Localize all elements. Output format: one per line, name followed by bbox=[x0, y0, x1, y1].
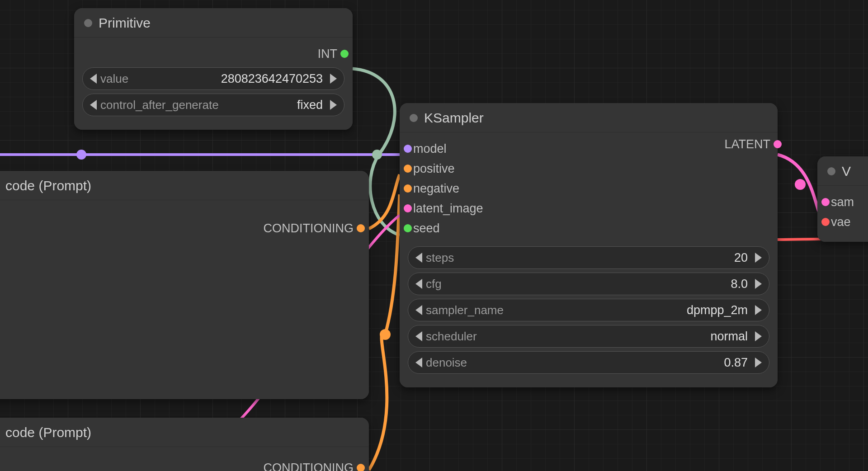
output-conditioning-row: CONDITIONING bbox=[258, 458, 361, 471]
node-title: KSampler bbox=[424, 110, 484, 126]
widget-sampler-name-value[interactable]: dpmpp_2m bbox=[504, 303, 751, 317]
chevron-left-icon[interactable] bbox=[415, 279, 422, 289]
node-ksampler-titlebar[interactable]: KSampler bbox=[400, 103, 778, 132]
collapse-dot-icon[interactable] bbox=[84, 19, 92, 27]
input-vae-port[interactable] bbox=[821, 218, 830, 226]
widget-denoise[interactable]: denoise 0.87 bbox=[408, 351, 769, 374]
widget-control-after-generate[interactable]: control_after_generate fixed bbox=[82, 94, 344, 116]
widget-cag-label: control_after_generate bbox=[100, 98, 219, 112]
chevron-right-icon[interactable] bbox=[330, 100, 337, 110]
chevron-left-icon[interactable] bbox=[90, 100, 97, 110]
widget-value-label: value bbox=[100, 72, 128, 86]
widget-steps-value[interactable]: 20 bbox=[454, 251, 751, 265]
widget-cag-value[interactable]: fixed bbox=[219, 98, 326, 112]
chevron-right-icon[interactable] bbox=[755, 331, 762, 341]
widget-steps-label: steps bbox=[426, 251, 454, 265]
node-title: code (Prompt) bbox=[5, 178, 91, 193]
input-positive-port[interactable] bbox=[404, 165, 412, 173]
output-conditioning-row: CONDITIONING bbox=[258, 218, 361, 238]
widget-cfg-value[interactable]: 8.0 bbox=[442, 277, 751, 291]
node-encode1-titlebar[interactable]: code (Prompt) bbox=[0, 171, 369, 200]
input-negative-row: negative bbox=[408, 179, 769, 198]
node-encode2-titlebar[interactable]: code (Prompt) bbox=[0, 418, 369, 447]
widget-cfg-label: cfg bbox=[426, 277, 442, 291]
input-latent-image-label: latent_image bbox=[408, 202, 489, 216]
input-positive-label: positive bbox=[408, 162, 460, 176]
input-positive-row: positive bbox=[408, 159, 769, 179]
collapse-dot-icon[interactable] bbox=[827, 167, 835, 175]
widget-scheduler-value[interactable]: normal bbox=[477, 330, 751, 344]
input-samples-label: sam bbox=[826, 195, 859, 209]
input-seed-label: seed bbox=[408, 221, 445, 236]
node-vae-titlebar[interactable]: V bbox=[817, 156, 868, 186]
node-primitive-titlebar[interactable]: Primitive bbox=[74, 8, 353, 38]
input-model-port[interactable] bbox=[404, 145, 412, 153]
input-latent-image-port[interactable] bbox=[404, 204, 412, 212]
chevron-right-icon[interactable] bbox=[755, 279, 762, 289]
chevron-right-icon[interactable] bbox=[330, 74, 337, 84]
input-negative-label: negative bbox=[408, 182, 465, 196]
output-conditioning-port[interactable] bbox=[357, 224, 365, 232]
input-samples-port[interactable] bbox=[821, 198, 830, 206]
widget-value[interactable]: value 280823642470253 bbox=[82, 67, 344, 90]
widget-value-value[interactable]: 280823642470253 bbox=[128, 72, 326, 86]
collapse-dot-icon[interactable] bbox=[410, 114, 418, 122]
widget-scheduler[interactable]: scheduler normal bbox=[408, 325, 769, 348]
widget-sampler-name[interactable]: sampler_name dpmpp_2m bbox=[408, 299, 769, 321]
node-encode-prompt-1[interactable]: code (Prompt) CONDITIONING bbox=[0, 171, 369, 399]
widget-sampler-name-label: sampler_name bbox=[426, 303, 504, 317]
output-conditioning-label: CONDITIONING bbox=[258, 461, 361, 471]
input-seed-port[interactable] bbox=[404, 224, 412, 232]
input-seed-row: seed bbox=[408, 218, 769, 238]
input-vae-label: vae bbox=[826, 215, 856, 229]
output-int-port[interactable] bbox=[340, 50, 349, 58]
output-conditioning-port[interactable] bbox=[357, 464, 365, 471]
input-negative-port[interactable] bbox=[404, 184, 412, 193]
chevron-left-icon[interactable] bbox=[415, 305, 422, 315]
input-latent-image-row: latent_image bbox=[408, 198, 769, 218]
chevron-right-icon[interactable] bbox=[755, 358, 762, 367]
chevron-left-icon[interactable] bbox=[415, 358, 422, 367]
output-int-label: INT bbox=[312, 47, 345, 61]
input-model-label: model bbox=[408, 142, 452, 156]
node-encode-prompt-2[interactable]: code (Prompt) CONDITIONING bbox=[0, 418, 369, 471]
node-title: Primitive bbox=[99, 15, 151, 31]
chevron-left-icon[interactable] bbox=[90, 74, 97, 84]
widget-steps[interactable]: steps 20 bbox=[408, 246, 769, 269]
output-latent-port[interactable] bbox=[774, 140, 782, 148]
chevron-right-icon[interactable] bbox=[755, 253, 762, 263]
chevron-left-icon[interactable] bbox=[415, 331, 422, 341]
node-title: V bbox=[842, 164, 851, 179]
widget-cfg[interactable]: cfg 8.0 bbox=[408, 273, 769, 295]
output-conditioning-label: CONDITIONING bbox=[258, 221, 361, 236]
chevron-left-icon[interactable] bbox=[415, 253, 422, 263]
node-title: code (Prompt) bbox=[5, 425, 91, 440]
node-vae-decode[interactable]: V sam vae bbox=[817, 156, 868, 242]
input-model-row: model bbox=[408, 139, 769, 159]
node-ksampler[interactable]: KSampler LATENT model positive negative … bbox=[400, 103, 778, 387]
widget-denoise-value[interactable]: 0.87 bbox=[467, 356, 751, 370]
node-primitive[interactable]: Primitive INT value 280823642470253 cont… bbox=[74, 8, 353, 130]
input-vae-row: vae bbox=[826, 212, 868, 232]
input-samples-row: sam bbox=[826, 192, 868, 212]
output-int-row: INT bbox=[82, 44, 344, 64]
widget-scheduler-label: scheduler bbox=[426, 330, 477, 344]
widget-denoise-label: denoise bbox=[426, 356, 467, 370]
chevron-right-icon[interactable] bbox=[755, 305, 762, 315]
